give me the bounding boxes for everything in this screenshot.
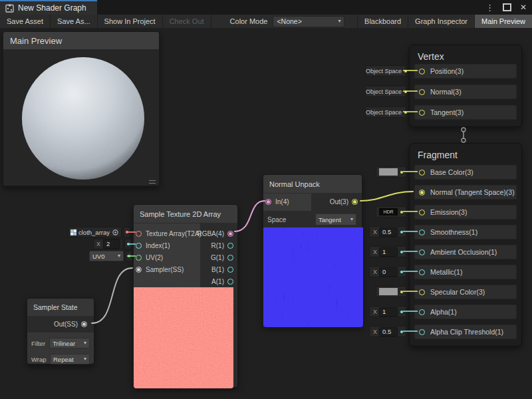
port-base-color[interactable] [419, 170, 425, 176]
port-emission[interactable] [419, 209, 425, 215]
texture-thumbnail-icon [70, 229, 76, 235]
x-label: X [373, 329, 377, 335]
tab-new-shader-graph[interactable]: New Shader Graph [0, 0, 97, 15]
port-normal[interactable] [419, 89, 425, 95]
port-out-ss[interactable] [81, 321, 87, 327]
filter-setting-row: Filter Trilinear ▾ [27, 335, 94, 351]
panel-resize-grip[interactable] [149, 180, 156, 184]
output-row-rgba: RGBA(4) [199, 228, 237, 239]
object-picker-icon[interactable] [112, 229, 119, 236]
port-r[interactable] [227, 243, 233, 249]
metallic-value-chip[interactable]: X 0 [369, 266, 406, 277]
port-label: R(1) [211, 242, 224, 249]
toolbar-right-group: Blackboard Graph Inspector Main Preview [357, 15, 532, 28]
graph-inspector-toggle-button[interactable]: Graph Inspector [408, 15, 474, 28]
alpha-clip-value-chip[interactable]: X 0.5 [369, 326, 406, 337]
port-label: B(1) [211, 266, 224, 273]
port-rgba[interactable] [227, 231, 233, 237]
value-field[interactable]: 0.5 [379, 327, 398, 336]
graph-toolbar: Save Asset Save As... Show In Project Ch… [0, 15, 532, 29]
chevron-down-icon: ▾ [84, 356, 86, 362]
value-field[interactable]: 1 [379, 307, 398, 317]
node-normal-unpack[interactable]: Normal Unpack In(4) Out(3) Space Tangent… [263, 174, 362, 327]
object-space-chip[interactable]: Object Space [365, 65, 406, 76]
port-in[interactable] [265, 199, 271, 205]
cloth-array-object-field[interactable]: cloth_array [68, 227, 122, 237]
value-field[interactable]: 0.5 [379, 227, 398, 237]
port-metallic[interactable] [419, 269, 425, 275]
main-preview-label: Main Preview [481, 17, 525, 25]
show-in-project-button[interactable]: Show In Project [98, 15, 163, 28]
port-tangent[interactable] [419, 110, 425, 116]
wire-out-to-normal [360, 192, 413, 201]
save-asset-button[interactable]: Save Asset [0, 15, 51, 28]
main-preview-toggle-button[interactable]: Main Preview [474, 15, 532, 28]
color-swatch[interactable] [379, 288, 398, 295]
output-row-g: G(1) [199, 252, 237, 263]
save-as-label: Save As... [57, 17, 90, 25]
space-dropdown[interactable]: Tangent ▾ [315, 213, 356, 225]
output-row-r: R(1) [199, 240, 237, 251]
port-a[interactable] [227, 279, 233, 285]
ambient-occlusion-value-chip[interactable]: X 1 [369, 246, 406, 257]
input-row-sampler: Sampler(SS) [134, 264, 184, 275]
node-sample-texture-2d-array[interactable]: Sample Texture 2D Array Texture Array(T2… [133, 204, 238, 388]
save-as-button[interactable]: Save As... [51, 15, 98, 28]
value-field[interactable]: 0 [379, 267, 398, 277]
space-label: Space [267, 216, 286, 223]
uv-channel-dropdown[interactable]: UV0 ▾ [89, 251, 124, 261]
blackboard-toggle-button[interactable]: Blackboard [357, 15, 408, 28]
graph-canvas[interactable]: Main Preview [0, 28, 532, 399]
value-field[interactable]: 1 [379, 247, 398, 257]
object-space-chip[interactable]: Object Space [365, 86, 406, 97]
port-alpha[interactable] [419, 309, 425, 315]
port-g[interactable] [227, 255, 233, 261]
port-texture-array[interactable] [136, 231, 142, 237]
check-out-button[interactable]: Check Out [163, 15, 211, 28]
port-uv[interactable] [136, 255, 142, 261]
port-normal-tangent-space[interactable] [419, 190, 425, 196]
port-ambient-occlusion[interactable] [419, 249, 425, 255]
node-fragment[interactable]: Fragment Base Color(3) Normal (Tangent S… [409, 143, 522, 346]
node-vertex[interactable]: Vertex Position(3) Normal(3) Tangent(3) [409, 45, 522, 127]
port-sampler[interactable] [136, 267, 142, 273]
port-smoothness[interactable] [419, 229, 425, 235]
wire-rgba-to-in [235, 201, 265, 231]
port-index[interactable] [136, 243, 142, 249]
port-specular-color[interactable] [419, 289, 425, 295]
output-row-b: B(1) [199, 264, 237, 275]
port-label: Normal(3) [430, 88, 462, 96]
main-preview-panel[interactable]: Main Preview [3, 31, 160, 186]
smoothness-value-chip[interactable]: X 0.5 [369, 226, 406, 237]
vertex-node-title: Vertex [410, 45, 521, 62]
x-label: X [96, 241, 100, 247]
object-space-chip[interactable]: Object Space [365, 106, 406, 118]
base-color-swatch-chip[interactable] [376, 166, 406, 178]
port-out[interactable] [352, 199, 358, 205]
port-b[interactable] [227, 267, 233, 273]
chip-port-dot [404, 70, 407, 72]
index-value-chip[interactable]: X 2 [93, 239, 123, 249]
kebab-menu-icon[interactable]: ⋮ [485, 3, 494, 12]
specular-color-swatch-chip[interactable] [376, 286, 406, 297]
chevron-down-icon: ▾ [118, 253, 120, 259]
color-swatch[interactable] [379, 168, 398, 176]
filter-dropdown[interactable]: Trilinear ▾ [49, 338, 90, 348]
maximize-icon[interactable] [503, 3, 511, 11]
node-sampler-state[interactable]: Sampler State Out(SS) Filter Trilinear ▾… [27, 298, 94, 364]
port-alpha-clip-threshold[interactable] [419, 329, 425, 335]
chip-port-dot [400, 291, 403, 293]
alpha-value-chip[interactable]: X 1 [369, 306, 406, 317]
color-mode-dropdown[interactable]: <None> ▾ [273, 16, 344, 27]
tab-bar: New Shader Graph ⋮ ✕ [0, 0, 532, 15]
color-mode-label: Color Mode [211, 15, 273, 28]
port-position[interactable] [419, 68, 425, 74]
wrap-dropdown[interactable]: Repeat ▾ [50, 354, 90, 364]
emission-hdr-swatch-chip[interactable]: HDR [376, 206, 406, 217]
close-icon[interactable]: ✕ [520, 3, 527, 11]
value-field[interactable]: 2 [103, 239, 120, 249]
tab-title: New Shader Graph [18, 3, 86, 13]
filter-value: Trilinear [53, 340, 75, 347]
hdr-color-swatch[interactable]: HDR [379, 208, 398, 215]
chip-port-dot [400, 251, 403, 253]
